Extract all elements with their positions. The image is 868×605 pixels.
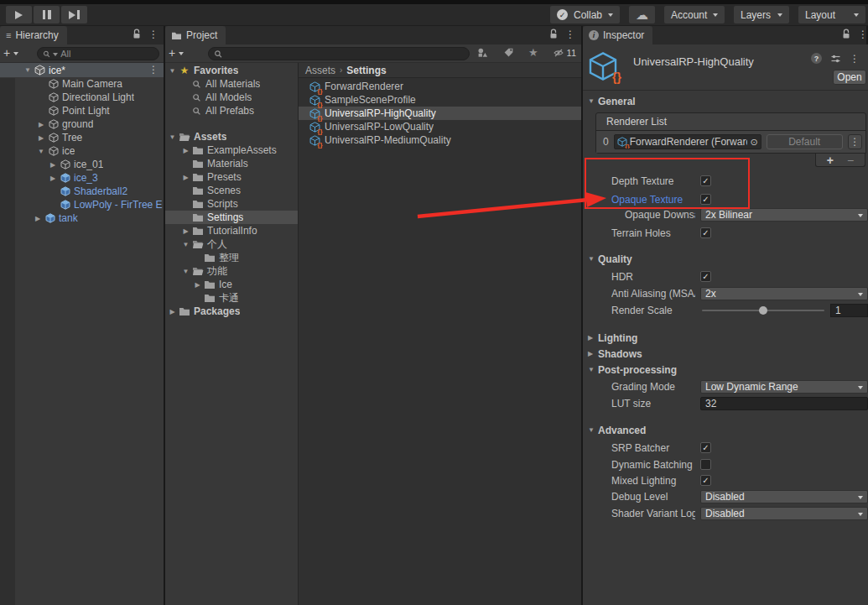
tree-item-settings[interactable]: Settings [165, 211, 298, 224]
tree-item-scripts[interactable]: Scripts [165, 197, 298, 211]
hierarchy-item-point-light[interactable]: Point Light [0, 104, 164, 117]
tree-item-presets[interactable]: ▶ Presets [165, 170, 298, 184]
renderer-row-menu-button[interactable]: ⋮ [848, 134, 862, 149]
foldout-open-icon[interactable]: ▼ [22, 66, 34, 74]
foldout-closed-icon[interactable]: ▶ [32, 215, 44, 222]
section-post-processing[interactable]: ▼ Post-processing [583, 362, 868, 377]
presets-icon[interactable] [830, 54, 841, 64]
tree-item-exampleassets[interactable]: ▶ ExampleAssets [165, 143, 298, 157]
tree-item-tutorialinfo[interactable]: ▶ TutorialInfo [165, 224, 298, 237]
breadcrumb-root[interactable]: Assets [305, 65, 335, 76]
render-scale-slider[interactable] [702, 310, 824, 311]
kebab-menu-icon[interactable]: ⋮ [850, 54, 860, 64]
remove-renderer-button[interactable]: − [847, 154, 854, 166]
tree-item-all-prefabs[interactable]: All Prefabs [165, 104, 298, 117]
tree-item-favorites[interactable]: ▼ ★ Favorites [165, 64, 298, 77]
scene-kebab-icon[interactable]: ⋮ [148, 65, 159, 75]
cloud-button[interactable]: ☁ [629, 6, 655, 23]
tree-item-ice-folder[interactable]: ▶ Ice [165, 278, 298, 291]
hierarchy-item-ground[interactable]: ▶ ground [0, 117, 164, 131]
hierarchy-item-ice-01[interactable]: ▶ ice_01 [0, 158, 164, 171]
tree-item-packages[interactable]: ▶ Packages [165, 305, 298, 318]
lock-icon[interactable] [842, 29, 850, 39]
hierarchy-item-ice-3[interactable]: ▶ ice_3 [0, 171, 164, 185]
hidden-packages-toggle[interactable]: 11 [553, 48, 576, 58]
layers-dropdown[interactable]: Layers [734, 6, 789, 23]
help-icon[interactable]: ? [811, 53, 822, 64]
tree-item-materials[interactable]: Materials [165, 157, 298, 170]
renderer-list-row[interactable]: 0 {} ForwardRenderer (Forward Renderer D… [596, 131, 865, 153]
grading-mode-dropdown[interactable]: Low Dynamic Range [700, 380, 868, 394]
foldout-closed-icon[interactable]: ▶ [167, 308, 178, 316]
project-search-input[interactable] [226, 49, 465, 59]
foldout-open-icon[interactable]: ▼ [180, 241, 191, 248]
open-button[interactable]: Open [833, 70, 866, 85]
file-item-universalrp-mediumquality[interactable]: {} UniversalRP-MediumQuality [299, 133, 581, 147]
file-item-universalrp-lowquality[interactable]: {} UniversalRP-LowQuality [299, 120, 581, 133]
create-object-button[interactable]: + [3, 47, 18, 59]
hierarchy-item-shaderball2[interactable]: Shaderball2 [0, 185, 164, 198]
collab-dropdown[interactable]: ✓ Collab [550, 6, 620, 23]
section-quality[interactable]: ▼ Quality [583, 252, 868, 266]
foldout-closed-icon[interactable]: ▶ [180, 147, 191, 154]
hierarchy-item-main-camera[interactable]: Main Camera [0, 77, 164, 91]
lut-size-input[interactable]: 32 [700, 397, 868, 410]
hierarchy-item-tree[interactable]: ▶ Tree [0, 131, 164, 144]
create-asset-button[interactable]: + [169, 47, 184, 59]
account-dropdown[interactable]: Account [664, 6, 725, 23]
file-item-universalrp-highquality[interactable]: {} UniversalRP-HighQuality [299, 107, 581, 120]
hierarchy-scene-row[interactable]: ▼ ice* ⋮ [0, 63, 164, 77]
section-advanced[interactable]: ▼ Advanced [583, 423, 868, 437]
default-button[interactable]: Default [767, 134, 843, 149]
section-lighting[interactable]: ▶ Lighting [583, 331, 868, 345]
type-filter-icon[interactable] [477, 47, 489, 58]
hdr-checkbox[interactable] [700, 271, 711, 282]
tree-item-gongneng[interactable]: ▼ 功能 [165, 264, 298, 278]
play-button[interactable] [6, 6, 32, 23]
foldout-closed-icon[interactable]: ▶ [180, 227, 191, 235]
shader-variant-log-dropdown[interactable]: Disabled [700, 507, 868, 520]
kebab-menu-icon[interactable]: ⋮ [148, 29, 159, 39]
foldout-closed-icon[interactable]: ▶ [192, 281, 203, 289]
tree-item-geren[interactable]: ▼ 个人 [165, 237, 298, 251]
tree-item-katong[interactable]: 卡通 [165, 291, 298, 305]
lock-icon[interactable] [133, 29, 141, 39]
layout-dropdown[interactable]: Layout [798, 6, 865, 23]
hierarchy-search[interactable] [37, 47, 159, 60]
favorites-filter-icon[interactable]: ★ [528, 47, 538, 58]
tab-project[interactable]: Project [165, 26, 226, 44]
renderer-object-field[interactable]: {} ForwardRenderer (Forward Renderer Dat… [614, 134, 761, 149]
tab-inspector[interactable]: i Inspector [583, 26, 652, 44]
file-item-samplesceneprofile[interactable]: {} SampleSceneProfile [299, 93, 581, 107]
mixed-lighting-checkbox[interactable] [700, 475, 711, 486]
label-filter-icon[interactable] [503, 47, 514, 58]
tree-item-all-models[interactable]: All Models [165, 91, 298, 104]
foldout-open-icon[interactable]: ▼ [167, 133, 178, 141]
project-search[interactable] [208, 47, 470, 60]
slider-handle[interactable] [759, 306, 767, 315]
dynamic-batching-checkbox[interactable] [700, 459, 711, 470]
opaque-downsampling-dropdown[interactable]: 2x Bilinear [700, 208, 868, 222]
tree-item-all-materials[interactable]: All Materials [165, 77, 298, 91]
foldout-closed-icon[interactable]: ▶ [35, 121, 47, 128]
tree-item-scenes[interactable]: Scenes [165, 184, 298, 197]
breadcrumb-current[interactable]: Settings [346, 65, 386, 76]
step-button[interactable] [61, 6, 87, 23]
tree-item-assets[interactable]: ▼ Assets [165, 130, 298, 143]
hierarchy-item-tank[interactable]: ▶ tank [0, 211, 164, 225]
debug-level-dropdown[interactable]: Disabled [700, 490, 868, 503]
section-shadows[interactable]: ▶ Shadows [583, 347, 868, 361]
foldout-open-icon[interactable]: ▼ [35, 148, 47, 155]
hierarchy-search-input[interactable] [60, 49, 153, 59]
hierarchy-item-directional-light[interactable]: Directional Light [0, 91, 164, 104]
foldout-closed-icon[interactable]: ▶ [180, 174, 191, 181]
tab-hierarchy[interactable]: ≡ Hierarchy [0, 26, 67, 44]
terrain-holes-checkbox[interactable] [700, 227, 711, 238]
object-picker-icon[interactable]: ⊙ [750, 137, 757, 148]
section-general[interactable]: ▼ General [583, 94, 868, 108]
hierarchy-item-ice[interactable]: ▼ ice [0, 144, 164, 158]
add-renderer-button[interactable]: + [827, 154, 834, 166]
srp-batcher-checkbox[interactable] [700, 442, 711, 453]
lock-icon[interactable] [549, 29, 558, 39]
opaque-texture-checkbox[interactable] [700, 194, 711, 205]
